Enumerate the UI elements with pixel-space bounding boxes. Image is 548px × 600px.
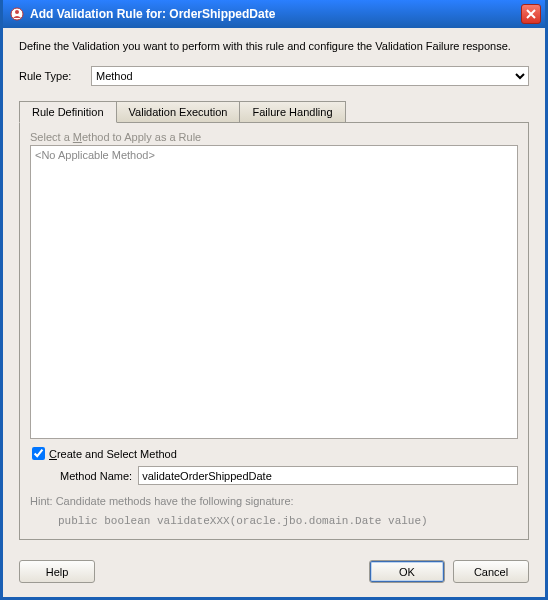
hint-text: Hint: Candidate methods have the followi… (30, 493, 518, 529)
rule-type-label: Rule Type: (19, 70, 91, 82)
app-icon (9, 6, 25, 22)
create-method-row: Create and Select Method (30, 447, 518, 460)
method-name-label: Method Name: (60, 470, 132, 482)
window-title: Add Validation Rule for: OrderShippedDat… (30, 7, 521, 21)
tab-validation-execution[interactable]: Validation Execution (117, 101, 241, 123)
method-list[interactable]: <No Applicable Method> (30, 145, 518, 439)
title-bar: Add Validation Rule for: OrderShippedDat… (3, 0, 545, 28)
footer-spacer (103, 560, 361, 583)
create-method-checkbox[interactable] (32, 447, 45, 460)
method-list-empty: <No Applicable Method> (35, 149, 155, 161)
dialog-window: Add Validation Rule for: OrderShippedDat… (0, 0, 548, 600)
method-name-row: Method Name: (30, 466, 518, 485)
method-select-label: Select a Method to Apply as a Rule (30, 131, 518, 143)
dialog-footer: Help OK Cancel (3, 550, 545, 597)
method-name-input[interactable] (138, 466, 518, 485)
cancel-button[interactable]: Cancel (453, 560, 529, 583)
dialog-content: Define the Validation you want to perfor… (3, 28, 545, 550)
tab-panel-definition: Select a Method to Apply as a Rule <No A… (19, 122, 529, 540)
rule-type-row: Rule Type: Method (19, 66, 529, 86)
tab-failure-handling[interactable]: Failure Handling (240, 101, 345, 123)
close-button[interactable] (521, 4, 541, 24)
create-method-label: Create and Select Method (49, 448, 177, 460)
svg-point-1 (15, 10, 19, 14)
tab-bar: Rule Definition Validation Execution Fai… (19, 101, 529, 123)
help-button[interactable]: Help (19, 560, 95, 583)
intro-text: Define the Validation you want to perfor… (19, 40, 529, 52)
rule-type-select[interactable]: Method (91, 66, 529, 86)
tab-rule-definition[interactable]: Rule Definition (19, 101, 117, 123)
ok-button[interactable]: OK (369, 560, 445, 583)
